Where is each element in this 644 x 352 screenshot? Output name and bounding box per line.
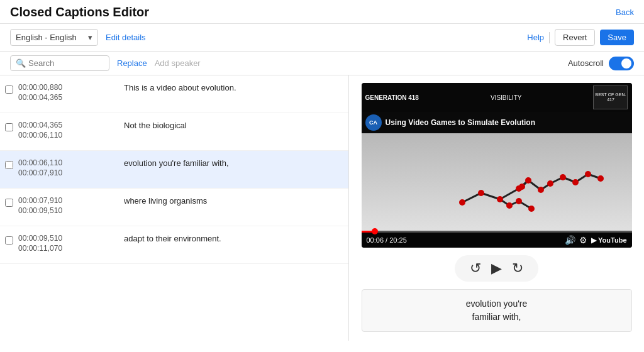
video-container: GENERATION 418 VISIBILITY BEST OF GEN. 4…: [362, 83, 632, 248]
toolbar: English - English ▾ Edit details Help Re…: [0, 24, 644, 52]
caption-start: 00:00:07,910: [18, 196, 119, 205]
search-icon: 🔍: [16, 58, 26, 68]
save-button[interactable]: Save: [600, 30, 634, 45]
rewind-icon: ↺: [470, 260, 481, 277]
caption-times: 00:00:00,880 00:00:04,365: [18, 83, 119, 102]
svg-point-25: [597, 175, 604, 182]
rewind-button[interactable]: ↺: [470, 260, 481, 277]
replace-button[interactable]: Replace: [117, 58, 147, 68]
youtube-icon: ▶ YouTube: [591, 236, 626, 245]
header: Closed Captions Editor Back: [0, 0, 644, 24]
video-progress[interactable]: [362, 231, 632, 233]
caption-checkbox[interactable]: [5, 236, 13, 245]
svg-point-17: [497, 196, 503, 202]
svg-point-15: [459, 199, 465, 206]
revert-button[interactable]: Revert: [555, 29, 595, 46]
table-row[interactable]: 00:00:09,510 00:00:11,070 adapt to their…: [0, 226, 348, 264]
best-badge: BEST OF GEN. 417: [593, 85, 628, 109]
add-speaker-button[interactable]: Add speaker: [155, 58, 201, 68]
table-row[interactable]: 00:00:07,910 00:00:09,510 where living o…: [0, 189, 348, 226]
language-select[interactable]: English - English ▾: [10, 29, 98, 46]
search-input[interactable]: [28, 58, 104, 68]
playback-controls: ↺ ▶ ↻: [455, 255, 538, 282]
forward-button[interactable]: ↻: [512, 260, 523, 277]
main: 00:00:00,880 00:00:04,365 This is a vide…: [0, 75, 644, 341]
autoscroll-label: Autoscroll: [568, 58, 604, 68]
visibility-label: VISIBILITY: [491, 94, 521, 101]
video-bottom-bar: 00:06 / 20:25 🔊 ⚙ ▶ YouTube: [362, 233, 632, 248]
caption-end: 00:00:09,510: [18, 206, 119, 215]
divider: [549, 32, 550, 43]
table-row[interactable]: 00:00:06,110 00:00:07,910 evolution you'…: [0, 151, 348, 189]
help-link[interactable]: Help: [527, 33, 544, 42]
svg-point-21: [547, 180, 553, 187]
toolbar-right: Help Revert Save: [527, 29, 634, 46]
svg-point-29: [519, 184, 525, 190]
language-label: English - English: [16, 33, 77, 42]
svg-point-24: [585, 171, 591, 177]
caption-end: 00:00:07,910: [18, 168, 119, 177]
caption-list: 00:00:00,880 00:00:04,365 This is a vide…: [0, 75, 349, 341]
caption-start: 00:00:00,880: [18, 83, 119, 92]
table-row[interactable]: 00:00:00,880 00:00:04,365 This is a vide…: [0, 75, 348, 113]
svg-point-22: [560, 174, 566, 180]
page-title: Closed Captions Editor: [10, 5, 149, 19]
autoscroll-toggle[interactable]: [609, 57, 634, 70]
searchbar-right: Autoscroll: [568, 57, 634, 70]
settings-icon[interactable]: ⚙: [579, 235, 587, 245]
play-icon: ▶: [491, 260, 502, 277]
video-graph-area: [362, 133, 632, 231]
video-time: 00:06 / 20:25: [367, 236, 407, 244]
search-input-wrap: 🔍: [10, 55, 109, 71]
volume-icon[interactable]: 🔊: [565, 235, 575, 245]
caption-end: 00:00:11,070: [18, 244, 119, 253]
caption-checkbox[interactable]: [5, 85, 13, 94]
caption-checkbox[interactable]: [5, 199, 13, 207]
video-frame: GENERATION 418 VISIBILITY BEST OF GEN. 4…: [362, 83, 632, 248]
caption-display: evolution you're familiar with,: [362, 289, 632, 332]
caption-text: Not the biological: [124, 121, 343, 130]
caption-times: 00:00:06,110 00:00:07,910: [18, 158, 119, 177]
svg-point-28: [528, 206, 535, 212]
svg-point-27: [516, 198, 522, 204]
caption-start: 00:00:09,510: [18, 234, 119, 243]
video-logo-row: CA Using Video Games to Simulate Evoluti…: [362, 112, 632, 133]
back-link[interactable]: Back: [616, 8, 634, 17]
caption-checkbox[interactable]: [5, 123, 13, 131]
caption-end: 00:00:04,365: [18, 93, 119, 102]
video-panel: GENERATION 418 VISIBILITY BEST OF GEN. 4…: [349, 75, 644, 341]
caption-text: evolution you're familiar with,: [124, 158, 343, 168]
caption-text: adapt to their environment.: [124, 234, 343, 243]
play-button[interactable]: ▶: [491, 260, 502, 277]
chevron-down-icon: ▾: [88, 33, 92, 42]
ca-logo: CA: [365, 114, 382, 131]
svg-point-16: [478, 190, 484, 196]
caption-text: where living organisms: [124, 196, 343, 206]
video-title: Using Video Games to Simulate Evolution: [386, 118, 628, 127]
svg-point-19: [525, 177, 531, 184]
svg-point-23: [572, 179, 579, 185]
caption-start: 00:00:04,365: [18, 121, 119, 129]
caption-checkbox[interactable]: [5, 161, 13, 169]
caption-times: 00:00:04,365 00:00:06,110: [18, 121, 119, 140]
caption-start: 00:00:06,110: [18, 158, 119, 167]
video-controls-right: 🔊 ⚙ ▶ YouTube: [565, 235, 626, 245]
forward-icon: ↻: [512, 260, 523, 277]
table-row[interactable]: 00:00:04,365 00:00:06,110 Not the biolog…: [0, 113, 348, 151]
svg-point-26: [506, 202, 513, 209]
video-top-bar: GENERATION 418 VISIBILITY BEST OF GEN. 4…: [362, 83, 632, 112]
caption-times: 00:00:09,510 00:00:11,070: [18, 234, 119, 253]
edit-details-link[interactable]: Edit details: [106, 33, 146, 42]
caption-text: This is a video about evolution.: [124, 83, 343, 92]
svg-rect-0: [362, 133, 632, 231]
gen-label: GENERATION 418: [365, 94, 419, 101]
svg-point-20: [538, 187, 544, 193]
caption-end: 00:00:06,110: [18, 131, 119, 140]
searchbar: 🔍 Replace Add speaker Autoscroll: [0, 52, 644, 75]
video-progress-dot: [372, 228, 378, 234]
caption-times: 00:00:07,910 00:00:09,510: [18, 196, 119, 215]
